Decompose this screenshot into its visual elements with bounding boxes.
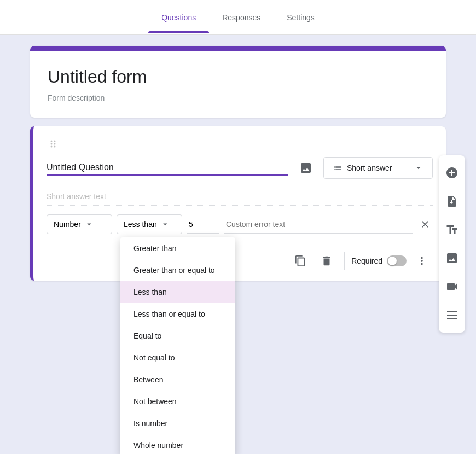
dropdown-item-not-equal-to[interactable]: Not equal to [120,347,235,369]
video-icon [445,280,458,293]
import-questions-side-button[interactable] [439,188,465,214]
svg-point-1 [54,141,56,142]
import-icon [445,195,458,208]
svg-point-4 [51,146,53,148]
tab-responses[interactable]: Responses [209,2,274,33]
side-toolbar [439,155,465,333]
validation-type-text: Number [54,220,81,229]
question-top-row: Short answer [47,157,433,179]
add-question-side-button[interactable] [439,160,465,186]
validation-condition-btn[interactable]: Less than [117,214,182,234]
form-header-card: Untitled form Form description [30,46,446,118]
custom-error-input[interactable] [224,216,413,234]
more-vert-icon [416,255,428,267]
question-title-input[interactable] [47,160,288,174]
condition-dropdown-menu: Greater than Greater than or equal to Le… [120,237,235,454]
required-toggle[interactable] [387,255,407,266]
add-section-side-button[interactable] [439,302,465,328]
copy-icon [294,255,306,267]
required-section: Required [351,255,407,266]
delete-question-button[interactable] [316,250,338,272]
dropdown-arrow-icon [414,163,423,173]
question-card: Short answer Short answer text Number Le… [30,126,446,281]
required-label: Required [351,257,382,265]
add-circle-icon [445,166,458,179]
dropdown-item-greater-than-equal[interactable]: Greater than or equal to [120,259,235,281]
question-type-selector[interactable]: Short answer [323,157,433,179]
duplicate-question-button[interactable] [289,250,311,272]
validation-condition-arrow [160,219,170,229]
dropdown-item-less-than[interactable]: Less than [120,281,235,303]
clear-validation-button[interactable] [417,217,433,232]
dropdown-item-less-than-equal[interactable]: Less than or equal to [120,303,235,325]
svg-point-0 [51,141,53,142]
question-type-label: Short answer [347,164,409,172]
svg-point-3 [54,143,56,145]
validation-type-arrow [84,219,94,229]
dropdown-item-is-number[interactable]: Is number [120,412,235,434]
main-content: Untitled form Form description [0,35,476,292]
dropdown-item-greater-than[interactable]: Greater than [120,237,235,259]
form-description[interactable]: Form description [48,94,428,102]
short-answer-placeholder: Short answer text [47,192,433,206]
section-icon [445,309,458,322]
validation-condition-text: Less than [124,220,157,229]
dropdown-item-not-between[interactable]: Not between [120,391,235,412]
add-image-to-question-button[interactable] [295,157,317,179]
validation-value-input[interactable] [187,216,219,234]
top-navigation: Questions Responses Settings [0,0,476,35]
dropdown-item-equal-to[interactable]: Equal to [120,325,235,347]
nav-tabs: Questions Responses Settings [148,2,328,33]
trash-icon [321,255,333,267]
tab-settings[interactable]: Settings [274,2,328,33]
dropdown-item-between[interactable]: Between [120,369,235,391]
svg-point-2 [51,143,53,145]
form-title[interactable]: Untitled form [48,67,428,87]
svg-point-5 [54,146,56,148]
add-title-side-button[interactable] [439,217,465,243]
toolbar-divider [344,252,345,270]
validation-type-btn[interactable]: Number [47,214,112,234]
validation-row: Number Less than [47,214,433,234]
text-format-icon [445,223,458,236]
add-video-side-button[interactable] [439,273,465,300]
drag-handle [47,139,433,148]
question-input-wrapper [47,160,288,176]
image-icon [299,161,312,174]
tab-questions[interactable]: Questions [148,2,209,33]
short-answer-icon [333,163,343,173]
add-image-side-button[interactable] [439,245,465,271]
add-image-icon [445,252,458,265]
more-options-button[interactable] [411,250,433,272]
dropdown-item-whole-number[interactable]: Whole number [120,434,235,454]
card-toolbar: Required [47,243,433,272]
